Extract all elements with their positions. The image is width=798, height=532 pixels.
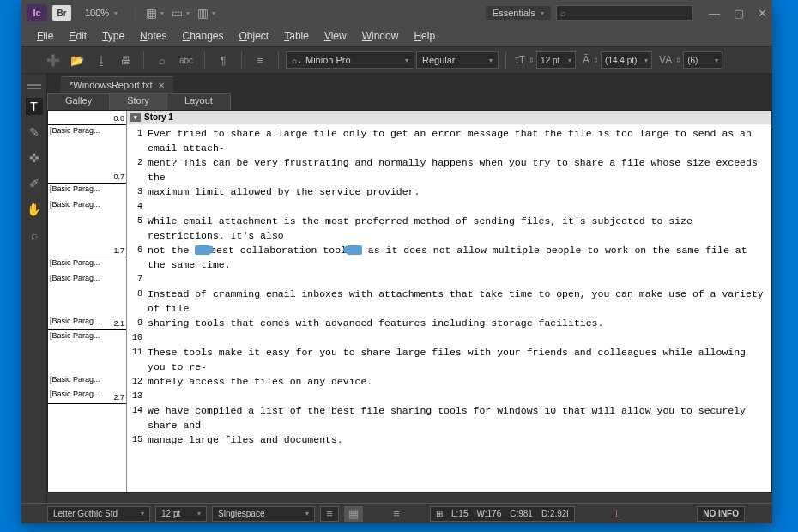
close-doc-icon[interactable]: ✕	[158, 81, 165, 90]
hyperlink-start-icon	[195, 245, 210, 255]
menu-view[interactable]: View	[317, 28, 354, 44]
control-bar: ➕ 📂 ⭳ 🖶 ⌕ abc ¶ ≡ ⌕▾Minion Pro▾ Regular▾…	[21, 46, 772, 74]
close-button[interactable]: ✕	[758, 7, 767, 20]
cursor-sep-icon: ⊞	[436, 509, 443, 518]
app-icon: Ic	[27, 4, 47, 21]
depth-ruler-tick: 0.0	[113, 114, 124, 123]
open-icon[interactable]: 📂	[66, 51, 88, 70]
text-lines[interactable]: 1Ever tried to share a large file only t…	[127, 124, 771, 447]
paragraph-style-label[interactable]: [Basic Parag...	[50, 317, 106, 325]
tab-story[interactable]: Story	[109, 93, 167, 110]
font-family-select[interactable]: ⌕▾Minion Pro▾	[286, 51, 414, 69]
depth-ruler-tick: 2.1	[113, 319, 124, 328]
text-pane[interactable]: ▾ Story 1 1Ever tried to share a large f…	[127, 111, 771, 492]
content-column: *WindowsReport.txt ✕ Galley Story Layout…	[47, 74, 772, 503]
position-tool-icon[interactable]: ✜	[26, 149, 43, 166]
paragraph-style-label[interactable]: [Basic Parag...	[50, 390, 106, 398]
menu-window[interactable]: Window	[355, 28, 406, 44]
depth-ruler-tick: 0.7	[113, 172, 124, 181]
arrange-icon[interactable]: ▥▾	[196, 3, 216, 23]
doc-tab[interactable]: *WindowsReport.txt ✕	[61, 76, 173, 93]
note-tool-icon[interactable]: ✎	[26, 124, 43, 141]
paragraph-style-label[interactable]: [Basic Parag...	[50, 331, 106, 340]
align-left-icon[interactable]: ≡	[320, 506, 339, 522]
paragraph-style-label[interactable]: [Basic Parag...	[50, 375, 106, 384]
tab-layout[interactable]: Layout	[166, 93, 231, 110]
status-size-select[interactable]: 12 pt▾	[155, 506, 207, 522]
paragraph-style-label[interactable]: [Basic Parag...	[50, 200, 106, 209]
spellcheck-icon[interactable]: abc	[175, 51, 197, 70]
paragraph-style-label[interactable]: [Basic Parag...	[50, 126, 106, 135]
new-icon[interactable]: ➕	[42, 51, 64, 70]
hand-tool-icon[interactable]: ✋	[26, 201, 43, 218]
menu-table[interactable]: Table	[277, 28, 316, 44]
doc-tab-label: *WindowsReport.txt	[70, 80, 153, 90]
hyperlink-end-icon	[347, 245, 362, 255]
zoom-level[interactable]: 100%▾	[76, 6, 126, 20]
print-icon[interactable]: 🖶	[114, 51, 136, 70]
screen-mode-icon[interactable]: ▭▾	[170, 3, 190, 23]
show-hidden-icon[interactable]: ¶	[212, 51, 234, 70]
paragraph-style-label[interactable]: [Basic Parag...	[50, 274, 106, 282]
app-window: Ic Br 100%▾ ▦▾ ▭▾ ▥▾ Essentials▾ ⌕ — ▢ ✕…	[21, 0, 772, 523]
menu-changes[interactable]: Changes	[175, 28, 230, 44]
maximize-button[interactable]: ▢	[734, 7, 744, 20]
story-title: Story 1	[144, 112, 173, 122]
font-style-select[interactable]: Regular▾	[416, 51, 499, 69]
paragraph-style-label[interactable]: [Basic Parag...	[50, 184, 106, 193]
story-header[interactable]: ▾ Story 1	[127, 111, 771, 124]
menu-notes[interactable]: Notes	[133, 28, 173, 44]
font-size-icon: τT	[515, 54, 525, 66]
menu-file[interactable]: File	[30, 28, 60, 44]
titlebar: Ic Br 100%▾ ▦▾ ▭▾ ▥▾ Essentials▾ ⌕ — ▢ ✕	[21, 0, 772, 26]
info-readout: NO INFO	[697, 506, 745, 522]
stats-menu-icon[interactable]: ≡	[385, 505, 408, 523]
status-font-select[interactable]: Letter Gothic Std▾	[47, 506, 150, 522]
view-tabs: Galley Story Layout	[47, 93, 772, 110]
minimize-button[interactable]: —	[709, 7, 720, 20]
paragraph-style-column: [Basic Parag...0.0[Basic Parag...0.7[Bas…	[48, 111, 127, 492]
tab-galley[interactable]: Galley	[47, 93, 110, 110]
cursor-stats: ⊞ L:15 W:176 C:981 D:2.92i	[430, 506, 575, 522]
main-area: T ✎ ✜ ✐ ✋ ⌕ *WindowsReport.txt ✕ Galley …	[21, 74, 772, 503]
eyedropper-tool-icon[interactable]: ✐	[26, 175, 43, 192]
type-tool-icon[interactable]: T	[26, 98, 43, 115]
menu-help[interactable]: Help	[407, 28, 442, 44]
leading-select[interactable]: (14.4 pt)▾	[601, 51, 652, 69]
menubar: File Edit Type Notes Changes Object Tabl…	[21, 26, 772, 46]
editor: [Basic Parag...0.0[Basic Parag...0.7[Bas…	[47, 110, 772, 493]
depth-ruler-tick: 1.7	[113, 246, 124, 255]
menu-type[interactable]: Type	[95, 28, 131, 44]
status-bar: Letter Gothic Std▾ 12 pt▾ Singlespace▾ ≡…	[21, 503, 772, 523]
zoom-tool-icon[interactable]: ⌕	[26, 227, 43, 244]
tracking-icon: VA	[659, 54, 672, 66]
status-spacing-select[interactable]: Singlespace▾	[212, 506, 315, 522]
menu-object[interactable]: Object	[233, 28, 276, 44]
tool-rail: T ✎ ✜ ✐ ✋ ⌕	[21, 74, 47, 503]
font-size-select[interactable]: 12 pt▾	[536, 51, 576, 69]
leading-icon: Ā	[583, 54, 589, 66]
menu-edit[interactable]: Edit	[62, 28, 94, 44]
lines-icon[interactable]: ≡	[249, 51, 271, 70]
paragraph-style-label[interactable]: [Basic Parag...	[50, 258, 106, 267]
workspace-selector[interactable]: Essentials▾	[486, 6, 551, 20]
save-icon[interactable]: ⭳	[90, 51, 112, 70]
align-just-icon[interactable]: ▦	[344, 506, 363, 522]
depth-ruler-tick: 2.7	[113, 393, 124, 402]
depth-icon[interactable]: ⊥	[606, 505, 628, 523]
document-tabs: *WindowsReport.txt ✕	[47, 74, 772, 93]
view-options-icon[interactable]: ▦▾	[144, 3, 165, 23]
bridge-button[interactable]: Br	[52, 5, 71, 21]
story-dropdown-icon[interactable]: ▾	[130, 113, 141, 122]
find-icon[interactable]: ⌕	[151, 51, 173, 70]
search-input[interactable]: ⌕	[556, 5, 693, 21]
tracking-select[interactable]: (6)▾	[683, 51, 722, 69]
